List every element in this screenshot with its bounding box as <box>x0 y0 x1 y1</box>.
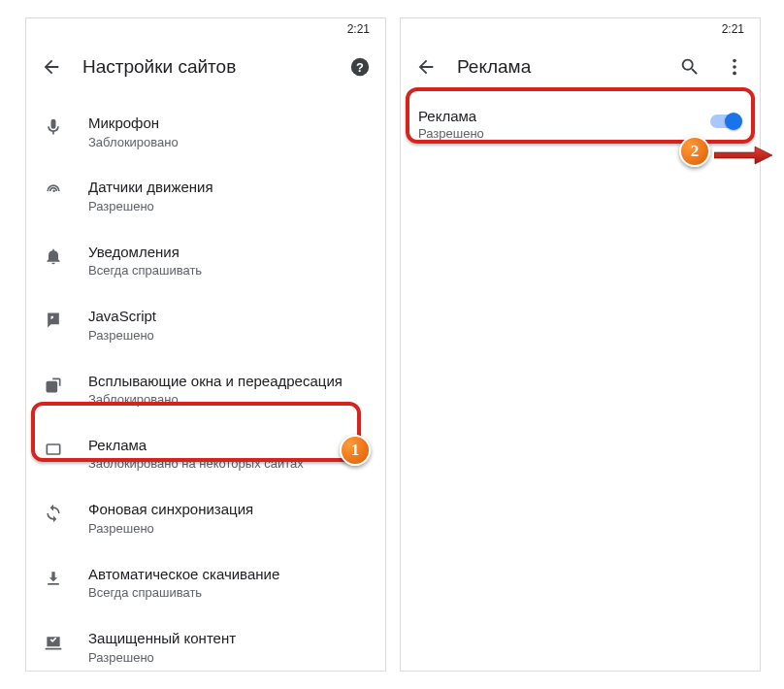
download-icon <box>42 567 65 590</box>
step-badge-2: 2 <box>679 136 710 167</box>
settings-row-download[interactable]: Автоматическое скачиваниеВсегда спрашива… <box>26 551 385 615</box>
sync-icon <box>42 502 65 525</box>
toggle-label: Реклама <box>418 108 692 124</box>
row-sub: Всегда спрашивать <box>88 585 370 602</box>
row-sub: Заблокировано <box>88 392 370 409</box>
svg-point-5 <box>733 72 736 76</box>
row-label: Микрофон <box>88 114 370 133</box>
statusbar-right: 2:21 <box>401 18 760 40</box>
phone-left: 2:21 Настройки сайтов ? МикрофонЗаблокир… <box>25 17 386 672</box>
settings-row-mic[interactable]: МикрофонЗаблокировано <box>26 100 385 164</box>
more-vert-icon <box>724 56 745 78</box>
row-sub: Разрешено <box>88 199 370 215</box>
back-button[interactable] <box>38 53 65 81</box>
svg-rect-2 <box>47 444 59 454</box>
motion-icon <box>42 180 65 203</box>
badge-number: 2 <box>691 142 700 161</box>
switch-thumb <box>725 113 742 130</box>
clock: 2:21 <box>347 22 370 36</box>
settings-row-ads[interactable]: РекламаЗаблокировано на некоторых сайтах <box>26 422 385 486</box>
row-label: Защищенный контент <box>88 629 370 648</box>
row-label: Автоматическое скачивание <box>88 565 370 584</box>
row-sub: Заблокировано на некоторых сайтах <box>88 456 370 473</box>
phone-right: 2:21 Реклама Реклама Разрешено <box>400 17 761 672</box>
row-sub: Разрешено <box>88 328 370 344</box>
row-label: Реклама <box>88 436 370 455</box>
page-title-left: Настройки сайтов <box>82 56 329 78</box>
back-arrow-icon <box>415 56 437 78</box>
badge-number: 1 <box>351 441 360 460</box>
clock: 2:21 <box>722 22 744 36</box>
settings-row-popup[interactable]: Всплывающие окна и переадресацияЗаблокир… <box>26 358 385 422</box>
popup-icon <box>42 374 65 397</box>
appbar-left: Настройки сайтов ? <box>26 40 385 94</box>
ads-icon <box>42 438 65 461</box>
arrow-annotation <box>714 146 772 165</box>
row-label: Всплывающие окна и переадресация <box>88 372 370 391</box>
more-button[interactable] <box>721 53 748 81</box>
protected-icon <box>42 631 65 654</box>
svg-point-4 <box>733 65 736 69</box>
svg-point-3 <box>733 59 736 63</box>
row-sub: Заблокировано <box>88 135 370 151</box>
row-sub: Всегда спрашивать <box>88 263 370 279</box>
toggle-sub: Разрешено <box>418 126 692 141</box>
svg-text:?: ? <box>356 60 364 75</box>
step-badge-1: 1 <box>340 435 371 466</box>
search-icon <box>679 56 701 78</box>
page-title-right: Реклама <box>457 56 659 78</box>
row-sub: Разрешено <box>88 650 370 667</box>
row-label: Фоновая синхронизация <box>88 500 370 519</box>
back-arrow-icon <box>41 56 62 78</box>
row-sub: Разрешено <box>88 521 370 538</box>
help-icon: ? <box>349 56 371 78</box>
toggle-switch[interactable] <box>707 112 742 131</box>
row-label: Датчики движения <box>88 178 370 197</box>
settings-row-bell[interactable]: УведомленияВсегда спрашивать <box>26 229 385 293</box>
settings-list: МикрофонЗаблокированоДатчики движенияРаз… <box>26 94 385 672</box>
settings-row-protected[interactable]: Защищенный контентРазрешено <box>26 615 385 672</box>
mic-icon <box>42 115 65 139</box>
settings-row-js[interactable]: JavaScriptРазрешено <box>26 293 385 357</box>
row-label: JavaScript <box>88 307 370 326</box>
settings-row-sync[interactable]: Фоновая синхронизацияРазрешено <box>26 486 385 550</box>
back-button[interactable] <box>412 53 440 81</box>
arrow-right-icon <box>714 146 772 165</box>
row-label: Уведомления <box>88 243 370 262</box>
bell-icon <box>42 245 65 268</box>
statusbar-left: 2:21 <box>26 18 385 40</box>
search-button[interactable] <box>676 53 703 81</box>
settings-row-motion[interactable]: Датчики движенияРазрешено <box>26 164 385 228</box>
appbar-right: Реклама <box>401 40 760 94</box>
help-button[interactable]: ? <box>346 53 374 81</box>
js-icon <box>42 309 65 332</box>
